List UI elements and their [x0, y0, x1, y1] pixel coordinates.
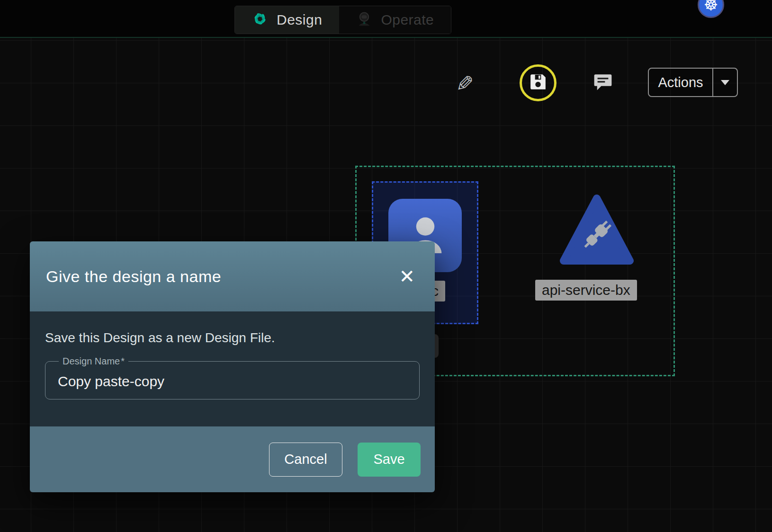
modal-body: Save this Design as a new Design File. D…: [30, 311, 435, 426]
modal-header: Give the design a name ✕: [30, 241, 435, 311]
save-design-modal: Give the design a name ✕ Save this Desig…: [30, 241, 435, 492]
meshery-logo-icon: [252, 11, 268, 29]
comment-icon[interactable]: [593, 72, 613, 94]
required-marker: *: [121, 356, 125, 366]
api-service-node[interactable]: [559, 192, 635, 269]
app-window: Design Operate ☸ ✎: [0, 0, 772, 532]
mode-tabs: Design Operate: [234, 6, 451, 34]
actions-button[interactable]: Actions: [648, 68, 738, 97]
modal-footer: Cancel Save: [30, 426, 435, 492]
design-name-input[interactable]: [53, 368, 412, 392]
operate-astronaut-icon: [356, 11, 372, 29]
close-icon[interactable]: ✕: [395, 265, 419, 288]
tab-design-label: Design: [277, 12, 322, 28]
modal-title: Give the design a name: [46, 267, 221, 286]
tab-design[interactable]: Design: [235, 6, 339, 34]
actions-dropdown-toggle[interactable]: [712, 69, 737, 96]
top-navigation-bar: Design Operate ☸: [0, 0, 772, 38]
api-service-node-label[interactable]: api-service-bx: [535, 280, 637, 301]
chevron-down-icon: [721, 80, 729, 85]
save-floppy-icon: [529, 73, 547, 93]
tab-operate-label: Operate: [381, 12, 434, 28]
design-name-field-label: Design Name*: [59, 356, 128, 367]
kubernetes-avatar[interactable]: ☸: [698, 0, 724, 18]
tab-operate[interactable]: Operate: [339, 6, 451, 34]
edit-pencil-icon[interactable]: ✎: [456, 71, 474, 97]
modal-description: Save this Design as a new Design File.: [45, 330, 420, 346]
design-name-field: Design Name*: [45, 356, 420, 399]
modal-save-button[interactable]: Save: [358, 443, 421, 477]
cancel-button[interactable]: Cancel: [269, 443, 342, 477]
actions-button-label: Actions: [649, 69, 712, 96]
save-design-button[interactable]: [520, 64, 557, 101]
